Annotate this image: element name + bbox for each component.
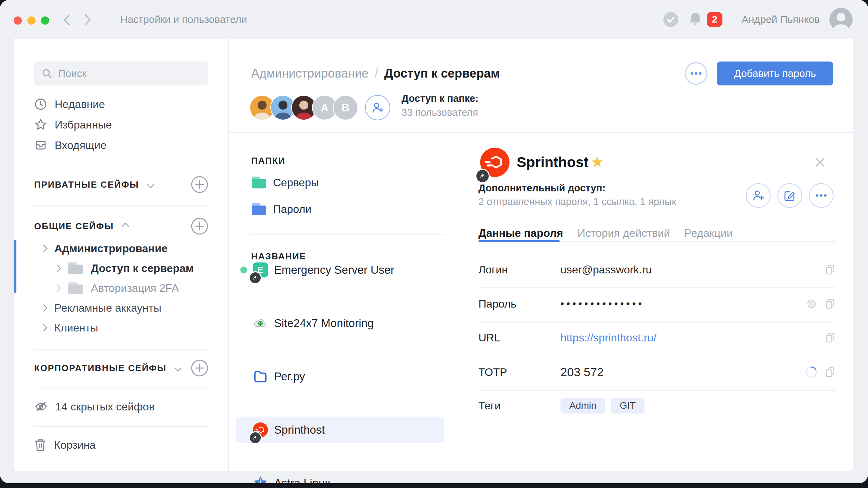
chevron-right-icon: [40, 245, 48, 253]
copy-icon[interactable]: [825, 332, 836, 343]
person-add-icon: [752, 189, 765, 202]
active-tab-underline: [478, 240, 560, 242]
hidden-vaults-label: 14 скрытых сейфов: [55, 401, 155, 413]
sidebar-divider: [34, 164, 208, 164]
person-add-icon: [371, 101, 384, 114]
add-corporate-vault-button[interactable]: [191, 359, 208, 378]
field-label: URL: [478, 331, 560, 344]
close-detail-button[interactable]: [811, 153, 830, 172]
url-link[interactable]: https://sprinthost.ru/: [560, 331, 825, 344]
add-password-button[interactable]: Добавить пароль: [717, 62, 833, 85]
sidebar-item-recent[interactable]: Недавние: [34, 94, 208, 114]
add-member-button[interactable]: [365, 95, 390, 120]
password-row-sprinthost[interactable]: Sprinthost: [236, 417, 444, 443]
tab-revisions[interactable]: Редакции: [684, 227, 733, 240]
folders-section-title: ПАПКИ: [251, 155, 285, 166]
password-row-regru[interactable]: Рег.ру: [236, 363, 444, 390]
extra-access-value: 2 отправленных пароля, 1 ссылка, 1 ярлык: [478, 195, 676, 208]
copy-icon[interactable]: [825, 264, 836, 275]
tree-vault-ad-accounts[interactable]: Рекламные аккаунты: [41, 298, 208, 318]
tag-chip[interactable]: Admin: [560, 398, 605, 414]
field-label: Пароль: [478, 298, 560, 310]
current-user-name[interactable]: Андрей Пьянков: [742, 14, 820, 25]
folder-icon: [251, 176, 267, 189]
section-shared-vaults[interactable]: ОБЩИЕ СЕЙФЫ: [34, 216, 191, 236]
page-title: Настройки и пользователи: [120, 0, 247, 39]
search-box[interactable]: [34, 62, 208, 85]
tree-folder-server-access[interactable]: Доступ к серверам: [55, 258, 208, 278]
folders-panel: ПАПКИ Серверы Пароли НАЗВАНИЕ: [228, 133, 460, 471]
totp-value: 203 572: [560, 365, 805, 379]
folder-name: Пароли: [273, 203, 311, 216]
add-private-vault-button[interactable]: [191, 176, 208, 195]
member-avatar-letter[interactable]: B: [333, 95, 358, 120]
sidebar-item-favorites[interactable]: Избранные: [34, 114, 208, 135]
close-window-button[interactable]: [14, 16, 22, 25]
tree-vault-administration[interactable]: Администрирование: [41, 239, 208, 258]
search-input[interactable]: [57, 67, 195, 80]
titlebar: Настройки и пользователи 2 Андрей Пьянко…: [0, 0, 868, 39]
forward-button[interactable]: [83, 13, 92, 27]
content-card: Недавние Избранные Входящие ПРИВАТНЫЕ СЕ…: [14, 39, 853, 471]
shared-arrow-badge: [249, 271, 262, 284]
app-window: Настройки и пользователи 2 Андрей Пьянко…: [0, 0, 868, 483]
field-row-login: Логин user@passwork.ru: [478, 258, 836, 282]
minimize-window-button[interactable]: [27, 16, 36, 25]
tab-action-history[interactable]: История действий: [578, 227, 670, 240]
desktop-background: Настройки и пользователи 2 Андрей Пьянко…: [0, 0, 868, 488]
titlebar-right-cluster: 2 Андрей Пьянков: [663, 0, 853, 39]
breadcrumb-parent[interactable]: Администрирование: [251, 66, 368, 81]
header-more-button[interactable]: [685, 62, 707, 85]
plus-circle-icon: [191, 176, 208, 193]
current-user-avatar[interactable]: [829, 8, 853, 31]
detail-panel: Sprinthost ★ Дополнительный доступ: 2 от…: [460, 133, 853, 471]
main-header: Администрирование / Доступ к серверам: [228, 39, 853, 133]
detail-more-button[interactable]: [809, 183, 833, 208]
sidebar-item-trash[interactable]: Корзина: [34, 435, 208, 455]
eye-off-icon: [34, 400, 48, 413]
astra-star-icon: [253, 476, 268, 483]
copy-icon[interactable]: [825, 367, 836, 378]
password-row-astra[interactable]: Astra Linux: [236, 470, 444, 483]
password-row-emergency[interactable]: E Emergency Server User: [236, 257, 444, 283]
tag-chip[interactable]: GIT: [611, 398, 645, 414]
field-label: ТОТР: [478, 366, 560, 379]
folder-row-passwords[interactable]: Пароли: [251, 199, 443, 219]
section-private-vaults[interactable]: ПРИВАТНЫЕ СЕЙФЫ: [34, 174, 191, 195]
sidebar-item-inbox[interactable]: Входящие: [34, 135, 208, 155]
site24x7-cloud-icon: [253, 316, 268, 331]
search-icon: [42, 68, 52, 79]
tasks-done-button[interactable]: [663, 12, 679, 27]
field-row-tags: Теги Admin GIT: [478, 394, 836, 418]
back-button[interactable]: [62, 13, 71, 27]
check-circle-icon: [663, 12, 679, 27]
add-shared-vault-button[interactable]: [191, 217, 208, 236]
sprinthost-logo-icon: [253, 422, 268, 437]
folder-icon: [251, 202, 267, 216]
notifications-button[interactable]: [688, 12, 703, 27]
folder-row-servers[interactable]: Серверы: [251, 173, 443, 192]
detail-edit-button[interactable]: [777, 183, 802, 208]
section-corporate-vaults[interactable]: КОРПОРАТИВНЫЕ СЕЙФЫ: [34, 358, 191, 378]
password-row-site24x7[interactable]: Site24x7 Monitoring: [236, 310, 444, 337]
chevron-right-icon: [40, 324, 48, 332]
sidebar-item-hidden-vaults[interactable]: 14 скрытых сейфов: [34, 396, 208, 417]
letter-e-badge-icon: E: [253, 262, 268, 277]
detail-title: Sprinthost: [517, 153, 588, 172]
chevron-right-icon: [83, 13, 92, 26]
tree-folder-2fa[interactable]: Авторизация 2FA: [55, 278, 208, 298]
tree-vault-clients[interactable]: Клиенты: [41, 318, 208, 338]
copy-icon[interactable]: [825, 298, 836, 309]
detail-share-button[interactable]: [746, 183, 771, 208]
tab-password-data[interactable]: Данные пароля: [478, 227, 563, 240]
eye-icon[interactable]: [805, 298, 818, 310]
favorite-star-icon[interactable]: ★: [591, 152, 604, 171]
tree-item-label: Доступ к серверам: [91, 262, 194, 275]
sidebar-divider: [34, 205, 208, 206]
trash-icon: [34, 438, 46, 452]
field-divider: [478, 356, 836, 356]
sidebar-divider: [34, 388, 208, 388]
field-label: Логин: [478, 263, 560, 276]
zoom-window-button[interactable]: [41, 16, 49, 25]
tree-item-label: Авторизация 2FA: [91, 282, 179, 295]
